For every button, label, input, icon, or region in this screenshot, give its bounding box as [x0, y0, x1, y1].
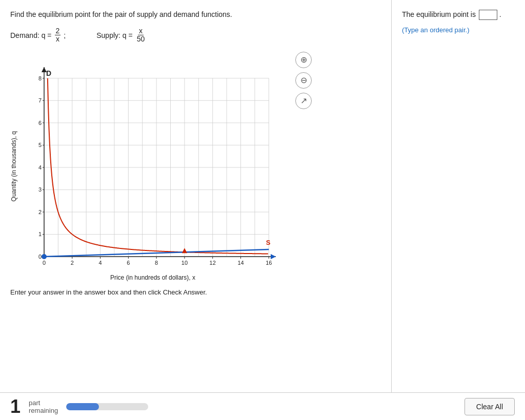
bottom-left: 1 part remaining	[10, 397, 148, 416]
demand-label: Demand: q =	[10, 31, 52, 39]
demand-fraction: 2 x	[55, 27, 61, 44]
expand-button[interactable]: ↗	[295, 93, 312, 109]
part-label-line1: part	[29, 399, 58, 407]
right-panel: The equilibrium point is . (Type an orde…	[392, 0, 525, 392]
chart-canvas	[19, 52, 286, 272]
progress-bar	[66, 403, 148, 410]
part-number: 1	[10, 397, 21, 416]
progress-bar-fill	[66, 403, 99, 410]
graph-container: Quantity (in thousands), q Price (in hun…	[10, 52, 381, 281]
equilibrium-prefix: The equilibrium point is	[402, 10, 476, 18]
supply-fraction: x 50	[136, 27, 146, 44]
zoom-out-button[interactable]: ⊖	[295, 72, 312, 89]
equilibrium-statement: The equilibrium point is .	[402, 9, 515, 20]
supply-denominator: 50	[136, 35, 146, 43]
demand-semicolon: ;	[64, 31, 66, 39]
part-label: part remaining	[29, 399, 58, 414]
x-axis-label: Price (in hundreds of dollars), x	[19, 274, 286, 281]
part-label-line2: remaining	[29, 407, 58, 414]
instruction-text: Enter your answer in the answer box and …	[10, 288, 381, 296]
zoom-in-button[interactable]: ⊕	[295, 52, 312, 68]
graph-area: Price (in hundreds of dollars), x ⊕ ⊖ ↗	[19, 52, 286, 281]
supply-label: Supply: q =	[96, 31, 132, 39]
question-text: Find the equilibrium point for the pair …	[10, 9, 381, 20]
clear-all-button[interactable]: Clear All	[465, 398, 515, 415]
demand-denominator: x	[55, 35, 60, 43]
ordered-pair-hint: (Type an ordered pair.)	[402, 26, 515, 34]
supply-numerator: x	[138, 27, 144, 35]
demand-numerator: 2	[55, 27, 61, 35]
y-axis-label: Quantity (in thousands), q	[10, 131, 17, 201]
bottom-bar: 1 part remaining Clear All	[0, 392, 525, 420]
zoom-controls: ⊕ ⊖ ↗	[295, 52, 312, 109]
answer-box[interactable]	[479, 10, 497, 20]
functions-row: Demand: q = 2 x ; Supply: q = x 50	[10, 27, 381, 44]
